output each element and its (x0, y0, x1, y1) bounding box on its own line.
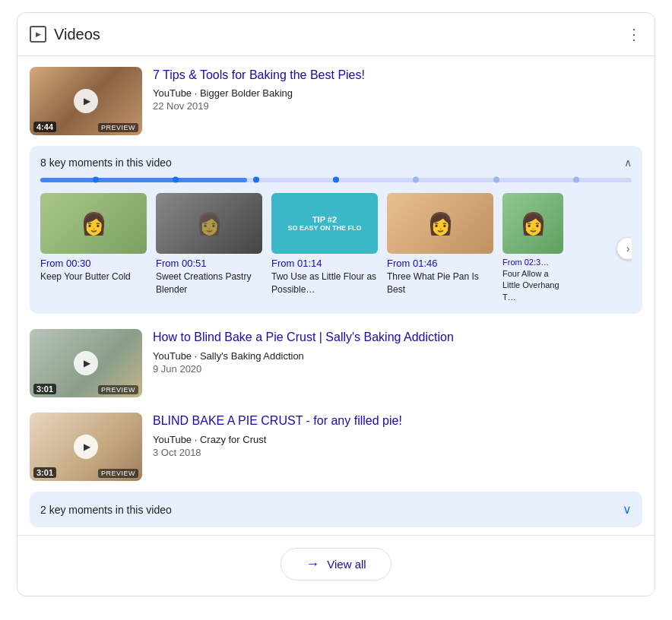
key-moments-timeline (40, 178, 632, 182)
video-preview-label-1: PREVIEW (98, 123, 138, 132)
video-item-3: 3:01 PREVIEW BLIND BAKE A PIE CRUST - fo… (17, 405, 655, 489)
video-duration-2: 3:01 (33, 384, 56, 394)
clip-time-1[interactable]: From 00:30 (40, 258, 147, 269)
view-all-label: View all (327, 558, 366, 571)
video-duration-3: 3:01 (33, 467, 56, 478)
video-duration-1: 4:44 (33, 122, 56, 132)
video-title-3[interactable]: BLIND BAKE A PIE CRUST - for any filled … (153, 414, 402, 427)
video-info-2: How to Blind Bake a Pie Crust | Sally's … (153, 329, 642, 374)
clip-thumb-content-2 (156, 193, 262, 254)
more-menu-button[interactable]: ⋮ (626, 25, 642, 43)
clip-thumb-5 (502, 193, 563, 254)
play-button-1[interactable] (74, 89, 98, 113)
clip-item-1[interactable]: From 00:30 Keep Your Butter Cold (40, 193, 147, 303)
clip-desc-2: Sweet Creations Pastry Blender (156, 270, 262, 296)
timeline-dot-5 (413, 177, 419, 183)
clip-thumb-2 (156, 193, 262, 254)
view-all-wrap: → View all (17, 539, 655, 584)
video-info-3: BLIND BAKE A PIE CRUST - for any filled … (153, 413, 642, 457)
key-moments-1-chevron[interactable]: ∧ (624, 157, 632, 169)
key-moments-3[interactable]: 2 key moments in this video ∨ (30, 492, 642, 527)
key-moments-1-header: 8 key moments in this video ∧ (40, 157, 632, 169)
clips-row: From 00:30 Keep Your Butter Cold From 00… (40, 193, 632, 303)
video-icon (30, 26, 46, 43)
video-date-3: 3 Oct 2018 (153, 447, 642, 458)
clip-desc-1: Keep Your Butter Cold (40, 270, 147, 283)
clip-desc-5: Four Allow a Little Overhang T… (502, 268, 563, 303)
video-preview-label-2: PREVIEW (98, 385, 138, 394)
clip-time-3[interactable]: From 01:14 (271, 258, 378, 269)
clip-item-2[interactable]: From 00:51 Sweet Creations Pastry Blende… (156, 193, 262, 303)
key-moments-1: 8 key moments in this video ∧ (30, 146, 642, 314)
clip-time-5[interactable]: From 02:3… (502, 258, 563, 267)
video-thumbnail-1[interactable]: 4:44 PREVIEW (30, 67, 142, 135)
bottom-divider (17, 535, 655, 536)
clip-item-4[interactable]: From 01:46 Three What Pie Pan Is Best (387, 193, 493, 303)
timeline-dot-6 (493, 177, 499, 183)
timeline-dot-7 (573, 177, 579, 183)
video-date-2: 9 Jun 2020 (153, 363, 642, 375)
video-preview-label-3: PREVIEW (98, 469, 138, 478)
video-source-3: YouTube · Crazy for Crust (153, 434, 642, 445)
clip-item-3[interactable]: TIP #2 SO EASY ON THE FLO From 01:14 Two… (271, 193, 378, 303)
timeline-dot-3 (253, 177, 259, 183)
clip-desc-3: Two Use as Little Flour as Possible… (271, 270, 378, 296)
card-header: Videos ⋮ (17, 25, 655, 52)
timeline-dot-2 (173, 177, 179, 183)
clip-thumb-3: TIP #2 SO EASY ON THE FLO (271, 193, 378, 254)
key-moments-3-chevron[interactable]: ∨ (623, 502, 632, 517)
view-all-button[interactable]: → View all (281, 548, 391, 580)
video-source-1: YouTube · Bigger Bolder Baking (153, 87, 642, 99)
video-item-1: 4:44 PREVIEW 7 Tips & Tools for Baking t… (17, 59, 655, 143)
timeline-dot-1 (93, 177, 99, 183)
key-moments-1-title: 8 key moments in this video (40, 157, 172, 169)
top-divider (17, 55, 655, 56)
video-thumbnail-2[interactable]: 3:01 PREVIEW (30, 329, 142, 397)
timeline-dots (40, 178, 632, 183)
video-title-2[interactable]: How to Blind Bake a Pie Crust | Sally's … (153, 331, 454, 343)
timeline-dot-4 (333, 177, 339, 183)
clip-item-5[interactable]: From 02:3… Four Allow a Little Overhang … (502, 193, 563, 303)
videos-card: Videos ⋮ 4:44 PREVIEW 7 Tips & Tools for… (17, 12, 655, 596)
play-button-3[interactable] (74, 435, 98, 459)
clip-thumb-person-4 (387, 193, 493, 254)
video-info-1: 7 Tips & Tools for Baking the Best Pies!… (153, 67, 642, 112)
video-thumbnail-3[interactable]: 3:01 PREVIEW (30, 413, 142, 481)
video-title-1[interactable]: 7 Tips & Tools for Baking the Best Pies! (153, 68, 365, 81)
clip-desc-4: Three What Pie Pan Is Best (387, 270, 493, 296)
clip-thumb-person-5 (502, 193, 563, 254)
video-item-2: 3:01 PREVIEW How to Blind Bake a Pie Cru… (17, 321, 655, 405)
clip-thumb-badge-3: TIP #2 SO EASY ON THE FLO (271, 193, 378, 254)
card-title: Videos (54, 26, 619, 43)
arrow-right-icon: → (306, 556, 319, 572)
clip-time-2[interactable]: From 00:51 (156, 258, 262, 269)
clip-time-4[interactable]: From 01:46 (387, 258, 493, 269)
video-date-1: 22 Nov 2019 (153, 100, 642, 112)
clip-thumb-person-1 (40, 193, 147, 254)
video-source-2: YouTube · Sally's Baking Addiction (153, 350, 642, 362)
key-moments-3-title: 2 key moments in this video (40, 504, 172, 516)
clips-next-button[interactable]: › (617, 237, 632, 260)
clip-thumb-1 (40, 193, 147, 254)
play-button-2[interactable] (74, 351, 98, 375)
clip-thumb-4 (387, 193, 493, 254)
